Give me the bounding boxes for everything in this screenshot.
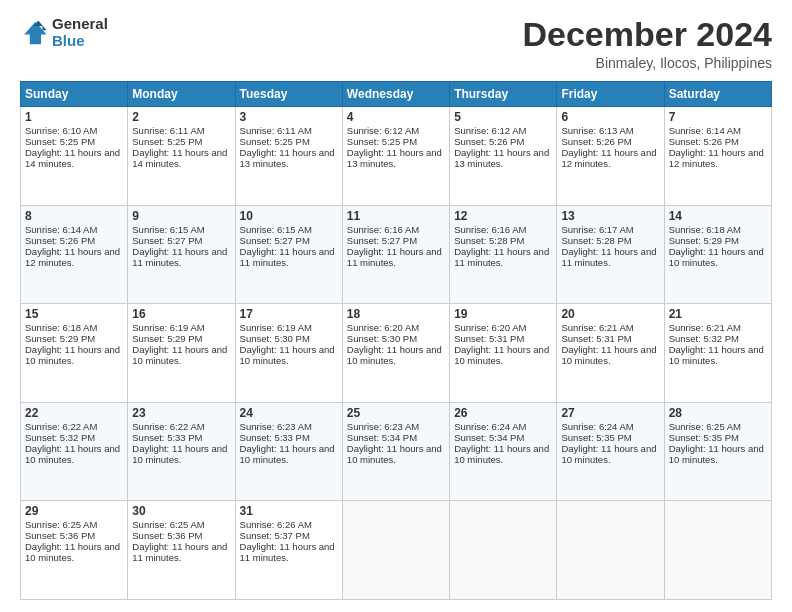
- header: General Blue December 2024 Binmaley, Ilo…: [20, 16, 772, 71]
- day-number: 5: [454, 110, 552, 124]
- calendar-cell: 4Sunrise: 6:12 AMSunset: 5:25 PMDaylight…: [342, 107, 449, 206]
- day-number: 30: [132, 504, 230, 518]
- calendar-cell: 2Sunrise: 6:11 AMSunset: 5:25 PMDaylight…: [128, 107, 235, 206]
- weekday-header: Thursday: [450, 82, 557, 107]
- calendar-cell: 27Sunrise: 6:24 AMSunset: 5:35 PMDayligh…: [557, 402, 664, 501]
- weekday-header: Wednesday: [342, 82, 449, 107]
- weekday-header: Tuesday: [235, 82, 342, 107]
- page: General Blue December 2024 Binmaley, Ilo…: [0, 0, 792, 612]
- day-number: 1: [25, 110, 123, 124]
- calendar-cell: 21Sunrise: 6:21 AMSunset: 5:32 PMDayligh…: [664, 304, 771, 403]
- calendar-cell: 22Sunrise: 6:22 AMSunset: 5:32 PMDayligh…: [21, 402, 128, 501]
- calendar-week-row: 1Sunrise: 6:10 AMSunset: 5:25 PMDaylight…: [21, 107, 772, 206]
- day-number: 11: [347, 209, 445, 223]
- calendar-cell: 16Sunrise: 6:19 AMSunset: 5:29 PMDayligh…: [128, 304, 235, 403]
- calendar-cell: 13Sunrise: 6:17 AMSunset: 5:28 PMDayligh…: [557, 205, 664, 304]
- day-number: 7: [669, 110, 767, 124]
- location: Binmaley, Ilocos, Philippines: [522, 55, 772, 71]
- calendar-cell: 23Sunrise: 6:22 AMSunset: 5:33 PMDayligh…: [128, 402, 235, 501]
- calendar-cell: 15Sunrise: 6:18 AMSunset: 5:29 PMDayligh…: [21, 304, 128, 403]
- calendar-cell: 14Sunrise: 6:18 AMSunset: 5:29 PMDayligh…: [664, 205, 771, 304]
- day-number: 26: [454, 406, 552, 420]
- calendar-cell: 31Sunrise: 6:26 AMSunset: 5:37 PMDayligh…: [235, 501, 342, 600]
- day-number: 23: [132, 406, 230, 420]
- calendar-cell: [664, 501, 771, 600]
- calendar-cell: 8Sunrise: 6:14 AMSunset: 5:26 PMDaylight…: [21, 205, 128, 304]
- calendar-cell: 1Sunrise: 6:10 AMSunset: 5:25 PMDaylight…: [21, 107, 128, 206]
- day-number: 27: [561, 406, 659, 420]
- day-number: 19: [454, 307, 552, 321]
- calendar-cell: 5Sunrise: 6:12 AMSunset: 5:26 PMDaylight…: [450, 107, 557, 206]
- calendar-cell: 30Sunrise: 6:25 AMSunset: 5:36 PMDayligh…: [128, 501, 235, 600]
- calendar-cell: 9Sunrise: 6:15 AMSunset: 5:27 PMDaylight…: [128, 205, 235, 304]
- day-number: 9: [132, 209, 230, 223]
- calendar-cell: [342, 501, 449, 600]
- calendar-cell: 25Sunrise: 6:23 AMSunset: 5:34 PMDayligh…: [342, 402, 449, 501]
- calendar-cell: 11Sunrise: 6:16 AMSunset: 5:27 PMDayligh…: [342, 205, 449, 304]
- logo-general-text: General: [52, 16, 108, 33]
- calendar-week-row: 15Sunrise: 6:18 AMSunset: 5:29 PMDayligh…: [21, 304, 772, 403]
- month-title: December 2024: [522, 16, 772, 53]
- day-number: 2: [132, 110, 230, 124]
- day-number: 14: [669, 209, 767, 223]
- day-number: 10: [240, 209, 338, 223]
- day-number: 24: [240, 406, 338, 420]
- day-number: 29: [25, 504, 123, 518]
- day-number: 6: [561, 110, 659, 124]
- day-number: 8: [25, 209, 123, 223]
- calendar-cell: 6Sunrise: 6:13 AMSunset: 5:26 PMDaylight…: [557, 107, 664, 206]
- day-number: 4: [347, 110, 445, 124]
- calendar-cell: 19Sunrise: 6:20 AMSunset: 5:31 PMDayligh…: [450, 304, 557, 403]
- weekday-header: Saturday: [664, 82, 771, 107]
- calendar-cell: 28Sunrise: 6:25 AMSunset: 5:35 PMDayligh…: [664, 402, 771, 501]
- calendar-cell: [557, 501, 664, 600]
- calendar-week-row: 29Sunrise: 6:25 AMSunset: 5:36 PMDayligh…: [21, 501, 772, 600]
- calendar-cell: 17Sunrise: 6:19 AMSunset: 5:30 PMDayligh…: [235, 304, 342, 403]
- calendar-cell: 24Sunrise: 6:23 AMSunset: 5:33 PMDayligh…: [235, 402, 342, 501]
- calendar-header-row: SundayMondayTuesdayWednesdayThursdayFrid…: [21, 82, 772, 107]
- calendar-cell: 20Sunrise: 6:21 AMSunset: 5:31 PMDayligh…: [557, 304, 664, 403]
- calendar-week-row: 8Sunrise: 6:14 AMSunset: 5:26 PMDaylight…: [21, 205, 772, 304]
- calendar-cell: 10Sunrise: 6:15 AMSunset: 5:27 PMDayligh…: [235, 205, 342, 304]
- calendar-cell: 26Sunrise: 6:24 AMSunset: 5:34 PMDayligh…: [450, 402, 557, 501]
- day-number: 31: [240, 504, 338, 518]
- day-number: 17: [240, 307, 338, 321]
- calendar-cell: [450, 501, 557, 600]
- calendar-week-row: 22Sunrise: 6:22 AMSunset: 5:32 PMDayligh…: [21, 402, 772, 501]
- logo-text: General Blue: [52, 16, 108, 49]
- calendar-cell: 7Sunrise: 6:14 AMSunset: 5:26 PMDaylight…: [664, 107, 771, 206]
- calendar-cell: 18Sunrise: 6:20 AMSunset: 5:30 PMDayligh…: [342, 304, 449, 403]
- day-number: 15: [25, 307, 123, 321]
- day-number: 3: [240, 110, 338, 124]
- day-number: 18: [347, 307, 445, 321]
- weekday-header: Sunday: [21, 82, 128, 107]
- logo-icon: [20, 19, 48, 47]
- day-number: 22: [25, 406, 123, 420]
- calendar-table: SundayMondayTuesdayWednesdayThursdayFrid…: [20, 81, 772, 600]
- calendar-cell: 3Sunrise: 6:11 AMSunset: 5:25 PMDaylight…: [235, 107, 342, 206]
- day-number: 13: [561, 209, 659, 223]
- day-number: 16: [132, 307, 230, 321]
- day-number: 25: [347, 406, 445, 420]
- calendar-cell: 29Sunrise: 6:25 AMSunset: 5:36 PMDayligh…: [21, 501, 128, 600]
- weekday-header: Friday: [557, 82, 664, 107]
- weekday-header: Monday: [128, 82, 235, 107]
- logo-blue-text: Blue: [52, 33, 108, 50]
- calendar-cell: 12Sunrise: 6:16 AMSunset: 5:28 PMDayligh…: [450, 205, 557, 304]
- day-number: 20: [561, 307, 659, 321]
- day-number: 28: [669, 406, 767, 420]
- logo: General Blue: [20, 16, 108, 49]
- title-block: December 2024 Binmaley, Ilocos, Philippi…: [522, 16, 772, 71]
- day-number: 21: [669, 307, 767, 321]
- day-number: 12: [454, 209, 552, 223]
